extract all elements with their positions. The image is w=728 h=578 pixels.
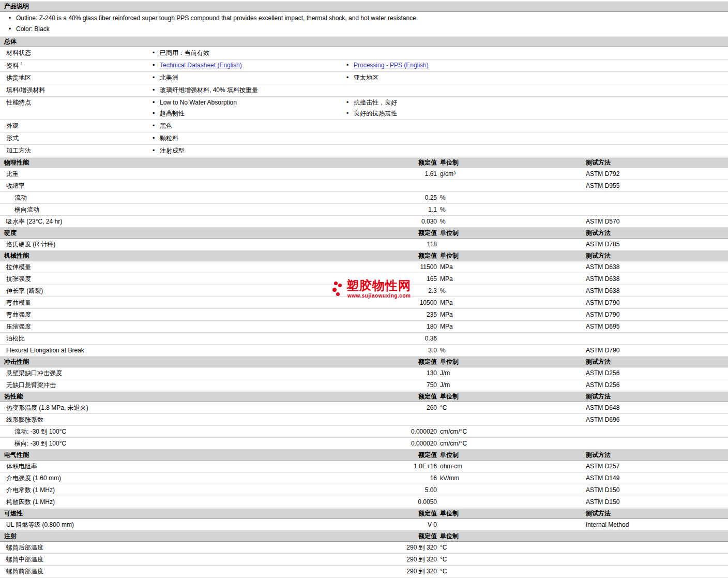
rated-value: 290 到 320 [406, 542, 437, 553]
list-item: •注射成型 [151, 145, 728, 156]
unit-value: kV/mm [440, 472, 459, 484]
section-header: 热性能额定值单位制测试方法 [0, 391, 728, 402]
product-note: •Outline: Z-240 is a 40% glass fiber rei… [7, 13, 728, 24]
list-item: •已商用：当前有效 [151, 48, 728, 58]
general-row: 填料/增强材料•玻璃纤维增强材料, 40% 填料按重量 [0, 84, 728, 97]
property-row: 无缺口悬臂梁冲击750J/mASTM D256 [0, 379, 728, 391]
property-row: 螺筒中部温度290 到 320°C [0, 554, 728, 566]
doc-link[interactable]: Processing - PPS (English) [354, 62, 429, 69]
unit-value: J/m [440, 367, 450, 379]
column-header-rated: 额定值 [418, 450, 437, 460]
column-header-unit: 单位制 [440, 531, 459, 541]
unit-value: % [440, 192, 446, 203]
test-method: ASTM D638 [586, 261, 619, 273]
property-row: 耗散因数 (1 MHz)0.0050ASTM D150 [0, 496, 728, 508]
general-col1: •黑色 [151, 120, 728, 132]
rated-value: 0.36 [425, 333, 437, 344]
property-row: 横向流动1.1% [0, 204, 728, 216]
column-header-unit: 单位制 [440, 357, 459, 367]
bullet-icon: • [345, 97, 350, 108]
bullet-icon: • [151, 108, 156, 119]
property-row: 吸水率 (23°C, 24 hr)0.030%ASTM D570 [0, 216, 728, 228]
property-label: 横向流动 [14, 204, 39, 215]
watermark-logo: 塑胶物性网 www.sujiaowuxing.com [329, 277, 417, 302]
list-item: •黑色 [151, 121, 728, 131]
general-row: 性能特点•Low to No Water Absorption•超高韧性•抗撞击… [0, 97, 728, 120]
test-method: ASTM D696 [586, 414, 619, 425]
bullet-icon: • [151, 121, 156, 131]
property-label: Flexural Elongation at Break [6, 345, 84, 356]
general-col1: •Technical Datasheet (English) [151, 60, 728, 71]
unit-value: % [440, 216, 446, 227]
bullet-icon: • [345, 108, 350, 119]
section-header: 注射额定值单位制 [0, 531, 728, 542]
property-label: 热变形温度 (1.8 MPa, 未退火) [6, 402, 88, 413]
property-sections: 物理性能额定值单位制测试方法比重1.61g/cm³ASTM D792收缩率AST… [0, 157, 728, 578]
test-method: ASTM D256 [586, 367, 619, 379]
feature-text: 已商用：当前有效 [160, 49, 209, 56]
property-label: 填料/增强材料 [6, 86, 45, 95]
property-label: 弯曲强度 [6, 309, 31, 320]
bullet-icon: • [345, 60, 350, 71]
property-label: 泊松比 [6, 333, 25, 344]
property-label: 悬壁梁缺口冲击强度 [6, 367, 62, 379]
list-item: •亚太地区 [345, 72, 378, 83]
column-header-unit: 单位制 [440, 158, 459, 168]
property-label: 形式 [6, 134, 19, 143]
section-title: 机械性能 [4, 252, 29, 259]
section-title: 产品说明 [4, 3, 29, 10]
unit-value: MPa [440, 261, 453, 273]
rated-value: 0.25 [425, 192, 437, 203]
general-row: 外观•黑色 [0, 120, 728, 132]
property-label-text: 形式 [6, 135, 19, 142]
unit-value: g/cm³ [440, 168, 456, 180]
datasheet-page: 产品说明 •Outline: Z-240 is a 40% glass fibe… [0, 0, 728, 578]
feature-text: 北美洲 [160, 74, 178, 81]
general-col2: •亚太地区 [345, 72, 378, 83]
unit-value: MPa [440, 297, 453, 308]
rated-value: 0.0050 [418, 496, 437, 508]
list-item: •Low to No Water Absorption [151, 97, 728, 108]
property-label-text: 资料 [6, 62, 19, 69]
property-row: 压缩强度180MPaASTM D695 [0, 321, 728, 333]
general-row: 形式•颗粒料 [0, 132, 728, 145]
property-row: 流动: -30 到 100°C0.000020cm/cm/°C [0, 426, 728, 438]
column-header-rated: 额定值 [418, 251, 437, 261]
rated-value: 1.1 [428, 204, 437, 215]
doc-link[interactable]: Technical Datasheet (English) [160, 62, 242, 69]
general-row: 资料1•Technical Datasheet (English)•Proces… [0, 60, 728, 72]
rated-value: 0.000020 [411, 426, 437, 437]
test-method: ASTM D792 [586, 168, 619, 180]
footnote-marker: 1 [20, 61, 23, 66]
test-method: ASTM D790 [586, 345, 619, 356]
feature-text: 超高韧性 [160, 110, 185, 117]
test-method: ASTM D955 [586, 180, 619, 191]
property-label-text: 性能特点 [6, 99, 31, 106]
property-label: 线形膨胀系数 [6, 414, 43, 425]
property-label: 资料1 [6, 61, 23, 70]
property-row: 螺筒前部温度290 到 320°C [0, 566, 728, 577]
feature-text: 注射成型 [160, 147, 185, 154]
general-col1: •已商用：当前有效 [151, 47, 728, 59]
rated-value: 2.3 [428, 285, 437, 297]
unit-value: % [440, 285, 446, 297]
feature-text: 良好的抗热震性 [354, 110, 397, 117]
property-row: 悬壁梁缺口冲击强度130J/mASTM D256 [0, 367, 728, 379]
property-label: 耗散因数 (1 MHz) [6, 496, 55, 508]
property-label-text: 加工方法 [6, 147, 31, 154]
rated-value: 11500 [420, 261, 437, 273]
property-label: 材料状态 [6, 49, 31, 57]
product-bullets: •Outline: Z-240 is a 40% glass fiber rei… [0, 12, 728, 36]
feature-text: 黑色 [160, 122, 172, 129]
property-label: 弯曲模量 [6, 297, 31, 308]
general-row: 供货地区•北美洲•亚太地区 [0, 72, 728, 84]
property-label: 性能特点 [6, 98, 31, 107]
general-col1: •Low to No Water Absorption•超高韧性 [151, 97, 728, 120]
test-method: ASTM D257 [586, 461, 619, 472]
property-row: 洛氏硬度 (R 计秤)118ASTM D785 [0, 239, 728, 250]
rated-value: 1.0E+16 [414, 461, 437, 472]
general-row: 材料状态•已商用：当前有效 [0, 47, 728, 60]
test-method: ASTM D790 [586, 297, 619, 308]
rated-value: 180 [427, 321, 437, 332]
column-header-unit: 单位制 [440, 450, 459, 460]
